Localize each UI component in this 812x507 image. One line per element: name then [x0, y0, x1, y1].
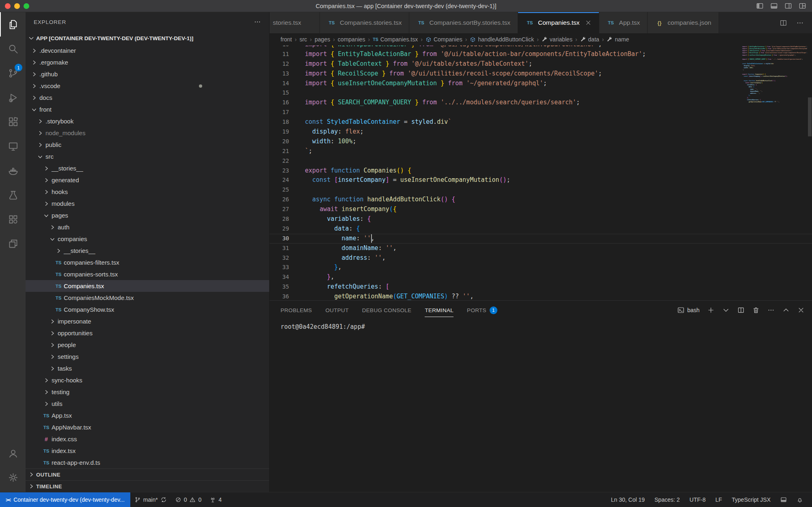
code-line-13[interactable]: 13import { RecoilScope } from '@/ui/util… [270, 69, 812, 79]
close-icon[interactable] [585, 19, 592, 26]
code-line-22[interactable]: 22 [270, 156, 812, 166]
breadcrumb-item-name[interactable]: name [607, 36, 629, 43]
code-line-31[interactable]: 31 domainName: '', [270, 244, 812, 253]
tree-item-companies-tsx[interactable]: TSCompanies.tsx [26, 280, 269, 292]
breadcrumb-item-data[interactable]: data [580, 36, 599, 43]
terminal[interactable]: root@0a42ecd84891:/app# [270, 319, 812, 334]
code-line-28[interactable]: 28 variables: { [270, 214, 812, 224]
split-terminal-icon[interactable] [737, 306, 745, 314]
launch-profile-icon[interactable] [722, 306, 730, 314]
breadcrumb-item-front[interactable]: front [281, 36, 292, 43]
layout-panel-icon[interactable] [770, 2, 778, 10]
workspace-section-header[interactable]: APP [CONTAINER DEV-TWENTY-DEV (DEV-TWENT… [26, 32, 269, 45]
code-line-32[interactable]: 32 address: '', [270, 253, 812, 263]
extension-grid-activity-button[interactable] [0, 207, 26, 231]
remote-explorer-activity-button[interactable] [0, 134, 26, 158]
tab-app-tsx[interactable]: TSApp.tsx [599, 12, 648, 33]
code-line-16[interactable]: 16import { SEARCH_COMPANY_QUERY } from '… [270, 98, 812, 108]
panel-more-actions-icon[interactable] [767, 306, 775, 314]
zoom-window-button[interactable] [24, 3, 29, 9]
tree-item-settings[interactable]: settings [26, 351, 269, 362]
sidebar-section-outline[interactable]: OUTLINE [26, 468, 269, 480]
editor-more-actions-icon[interactable] [796, 19, 804, 27]
tree-item-utils[interactable]: utils [26, 398, 269, 410]
docker-activity-button[interactable] [0, 158, 26, 183]
panel-tab-ports[interactable]: PORTS1 [467, 301, 497, 319]
tree-item-github[interactable]: .github [26, 68, 269, 80]
panel-tab-output[interactable]: OUTPUT [325, 301, 348, 319]
tree-item-node-modules[interactable]: node_modules [26, 127, 269, 139]
panel-tab-problems[interactable]: PROBLEMS [281, 301, 312, 319]
tree-item-storybook[interactable]: .storybook [26, 115, 269, 127]
tree-item-index-tsx[interactable]: TSindex.tsx [26, 445, 269, 457]
tree-item-auth[interactable]: auth [26, 221, 269, 233]
code-line-27[interactable]: 27 await insertCompany({ [270, 205, 812, 214]
manage-activity-button[interactable] [0, 465, 26, 490]
tree-item-public[interactable]: public [26, 139, 269, 151]
layout-sidebar-left-icon[interactable] [756, 2, 764, 10]
tab-companies-json[interactable]: {}companies.json [648, 12, 719, 33]
code-line-25[interactable]: 25 [270, 185, 812, 195]
breadcrumb-item-pages[interactable]: pages [315, 36, 330, 43]
tree-item-devcontainer[interactable]: .devcontainer [26, 45, 269, 56]
breadcrumb-item-src[interactable]: src [300, 36, 307, 43]
minimize-window-button[interactable] [14, 3, 20, 9]
cursor-position[interactable]: Ln 30, Col 19 [606, 492, 650, 507]
tree-item-ergomake[interactable]: .ergomake [26, 56, 269, 68]
tree-item-hooks[interactable]: hooks [26, 186, 269, 198]
code-line-11[interactable]: 11import { EntityTableActionBar } from '… [270, 50, 812, 59]
tree-item-stories[interactable]: __stories__ [26, 162, 269, 174]
git-branch[interactable]: main* [130, 492, 171, 507]
run-and-debug-activity-button[interactable] [0, 85, 26, 110]
eol[interactable]: LF [710, 492, 727, 507]
panel-tab-debug-console[interactable]: DEBUG CONSOLE [362, 301, 412, 319]
breadcrumb-item-companies[interactable]: Companies [425, 36, 462, 43]
code-line-26[interactable]: 26 async function handleAddButtonClick()… [270, 195, 812, 205]
tab-companies-tsx[interactable]: TSCompanies.tsx [518, 12, 599, 33]
breadcrumb-item-companies-tsx[interactable]: TSCompanies.tsx [373, 36, 418, 43]
tree-item-companiesmockmode-tsx[interactable]: TSCompaniesMockMode.tsx [26, 292, 269, 304]
source-control-activity-button[interactable]: 1 [0, 61, 26, 85]
tree-item-companyshow-tsx[interactable]: TSCompanyShow.tsx [26, 304, 269, 315]
tree-item-pages[interactable]: pages [26, 209, 269, 221]
tab-companies-sortby-stories-tsx[interactable]: TSCompanies.sortBy.stories.tsx [409, 12, 518, 33]
tree-item-docs[interactable]: docs [26, 92, 269, 104]
tree-item-src[interactable]: src [26, 151, 269, 162]
code-editor[interactable]: 10import { WithTopBarContainer } from '@… [270, 45, 812, 300]
testing-activity-button[interactable] [0, 183, 26, 207]
indentation[interactable]: Spaces: 2 [650, 492, 685, 507]
panel-tab-terminal[interactable]: TERMINAL [425, 301, 454, 319]
tree-item-impersonate[interactable]: impersonate [26, 315, 269, 327]
code-line-15[interactable]: 15 [270, 88, 812, 98]
breadcrumb-item-companies[interactable]: companies [338, 36, 365, 43]
tree-item-generated[interactable]: generated [26, 174, 269, 186]
tree-item-tasks[interactable]: tasks [26, 362, 269, 374]
tree-item-companies[interactable]: companies [26, 233, 269, 245]
code-line-29[interactable]: 29 data: { [270, 224, 812, 234]
tab-companies-stories-tsx[interactable]: TSCompanies.stories.tsx [320, 12, 409, 33]
code-line-10[interactable]: 10import { WithTopBarContainer } from '@… [270, 45, 812, 50]
notifications[interactable] [792, 492, 808, 507]
tree-item-stories[interactable]: __stories__ [26, 245, 269, 257]
tree-item-modules[interactable]: modules [26, 198, 269, 209]
new-terminal-icon[interactable] [707, 306, 715, 314]
code-line-23[interactable]: 23export function Companies() { [270, 166, 812, 176]
tree-item-front[interactable]: front [26, 104, 269, 115]
encoding[interactable]: UTF-8 [685, 492, 710, 507]
code-line-34[interactable]: 34 }, [270, 272, 812, 282]
code-line-24[interactable]: 24 const [insertCompany] = useInsertOneC… [270, 175, 812, 185]
tree-item-companies-filters-tsx[interactable]: TScompanies-filters.tsx [26, 257, 269, 268]
shell-selector[interactable]: bash [677, 306, 700, 314]
tree-item-testing[interactable]: testing [26, 386, 269, 398]
breadcrumb-item-handleaddbuttonclick[interactable]: handleAddButtonClick [470, 36, 534, 43]
explorer-more-actions-icon[interactable] [254, 18, 261, 26]
tree-item-sync-hooks[interactable]: sync-hooks [26, 374, 269, 386]
layout-custom-icon[interactable] [799, 2, 806, 10]
search-activity-button[interactable] [0, 37, 26, 61]
tree-item-appnavbar-tsx[interactable]: TSAppNavbar.tsx [26, 421, 269, 433]
accounts-activity-button[interactable] [0, 441, 26, 465]
language-mode[interactable]: TypeScript JSX [727, 492, 775, 507]
code-line-12[interactable]: 12import { TableContext } from '@/ui/tab… [270, 59, 812, 69]
maximize-panel-icon[interactable] [782, 306, 790, 314]
code-line-17[interactable]: 17 [270, 108, 812, 117]
